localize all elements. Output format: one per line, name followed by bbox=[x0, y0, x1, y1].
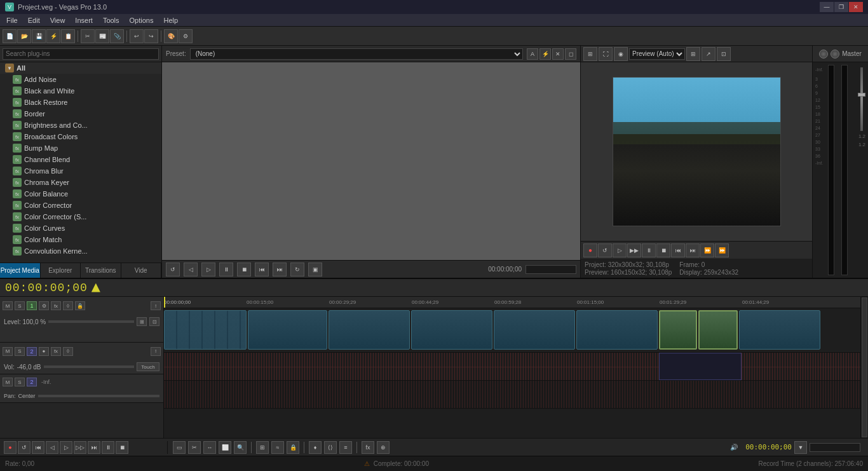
track-solo-btn[interactable]: S bbox=[15, 301, 25, 310]
tl-pause-btn[interactable]: ⏸ bbox=[102, 441, 114, 454]
tl-ripple-btn[interactable]: ≈ bbox=[271, 441, 284, 454]
tl-stop-btn[interactable]: ⏹ bbox=[116, 441, 128, 454]
video-clip-7[interactable] bbox=[659, 310, 697, 350]
effect-loop-btn[interactable]: ↻ bbox=[290, 263, 304, 276]
preview-ext-btn[interactable]: ↗ bbox=[702, 47, 715, 61]
tl-snap-btn[interactable]: ⊞ bbox=[256, 441, 269, 454]
preset-new-btn[interactable]: A bbox=[527, 48, 538, 60]
minimize-button[interactable]: — bbox=[820, 2, 834, 12]
preview-tb3[interactable]: ◉ bbox=[614, 47, 628, 61]
preview-play-btn[interactable]: ▷ bbox=[613, 243, 627, 257]
preview-pause-btn[interactable]: ⏸ bbox=[642, 243, 656, 257]
audio-env-btn[interactable]: ◊ bbox=[63, 347, 73, 356]
audio-options-btn[interactable]: ! bbox=[151, 347, 161, 356]
effect-convolution[interactable]: fx Convolution Kerne... bbox=[0, 245, 161, 257]
tb9[interactable]: 🎨 bbox=[164, 29, 178, 43]
track-mute-btn[interactable]: M bbox=[3, 301, 13, 310]
tb5[interactable]: 📋 bbox=[61, 29, 75, 43]
menu-tools[interactable]: Tools bbox=[98, 16, 125, 25]
video-clip-9[interactable] bbox=[739, 310, 820, 350]
undo-button[interactable]: ↩ bbox=[130, 29, 144, 43]
pan-slider[interactable] bbox=[38, 395, 159, 397]
audio2-mute-btn[interactable]: M bbox=[3, 378, 13, 386]
tl-select-btn[interactable]: ▭ bbox=[173, 441, 186, 454]
open-button[interactable]: 📂 bbox=[17, 29, 31, 43]
effect-play-btn[interactable]: ↺ bbox=[166, 263, 180, 276]
tb7[interactable]: 📰 bbox=[95, 29, 109, 43]
tl-slip-btn[interactable]: ↔ bbox=[203, 441, 216, 454]
tab-explorer[interactable]: Explorer bbox=[41, 263, 81, 278]
tb6[interactable]: ✂ bbox=[81, 29, 95, 43]
tab-transitions[interactable]: Transitions bbox=[81, 263, 121, 278]
preview-play-fast-btn[interactable]: ▶▶ bbox=[627, 243, 641, 257]
timeline-scrollbar-v[interactable] bbox=[860, 297, 868, 438]
close-button[interactable]: ✕ bbox=[849, 2, 863, 12]
tl-zoom-btn[interactable]: 🔍 bbox=[234, 441, 247, 454]
preview-rew-btn[interactable]: ⏮ bbox=[671, 243, 685, 257]
video-clip-8[interactable] bbox=[698, 310, 738, 350]
preset-copy-btn[interactable]: ◻ bbox=[565, 48, 576, 60]
audio-fx-btn[interactable]: fx bbox=[51, 347, 61, 356]
track-lock-btn[interactable]: 🔒 bbox=[75, 301, 85, 310]
effect-chroma-blur[interactable]: fx Chroma Blur bbox=[0, 165, 161, 177]
tab-project-media[interactable]: Project Media bbox=[0, 263, 41, 278]
tl-fx-btn[interactable]: fx bbox=[362, 441, 374, 454]
menu-view[interactable]: View bbox=[45, 16, 71, 25]
new-button[interactable]: 📄 bbox=[3, 29, 17, 43]
track-env-btn[interactable]: ◊ bbox=[63, 301, 73, 310]
effect-prev-btn[interactable]: ◁ bbox=[184, 263, 198, 276]
preview-loop-btn[interactable]: ↺ bbox=[598, 243, 612, 257]
menu-edit[interactable]: Edit bbox=[23, 16, 45, 25]
tl-play-btn[interactable]: ▷ bbox=[60, 441, 72, 454]
preset-flash-btn[interactable]: ⚡ bbox=[539, 48, 551, 60]
effect-color-match[interactable]: fx Color Match bbox=[0, 234, 161, 245]
touch-mode-btn[interactable]: Touch bbox=[137, 362, 159, 371]
effects-root-all[interactable]: ▼ All bbox=[0, 62, 161, 74]
effect-black-white[interactable]: fx Black and White bbox=[0, 85, 161, 97]
tl-rew-btn[interactable]: ◁ bbox=[46, 441, 58, 454]
restore-button[interactable]: ❒ bbox=[834, 2, 848, 12]
save-button[interactable]: 💾 bbox=[32, 29, 46, 43]
audio-arm-btn[interactable]: ● bbox=[39, 347, 49, 356]
preview-fwd3-btn[interactable]: ⏩ bbox=[715, 243, 729, 257]
menu-file[interactable]: File bbox=[1, 16, 23, 25]
effect-play2-btn[interactable]: ▷ bbox=[201, 263, 215, 276]
track-fx-btn[interactable]: fx bbox=[51, 301, 61, 310]
tl-marker-btn[interactable]: ♦ bbox=[309, 441, 322, 454]
effect-color-corrector[interactable]: fx Color Corrector bbox=[0, 200, 161, 211]
preview-fwd2-btn[interactable]: ⏩ bbox=[700, 243, 714, 257]
track-arm-btn[interactable]: ⚙ bbox=[39, 301, 49, 310]
tab-video[interactable]: Vide bbox=[121, 263, 162, 278]
video-clip-6[interactable] bbox=[576, 310, 658, 350]
effect-fwd-btn[interactable]: ⏭ bbox=[273, 263, 287, 276]
effect-color-curves[interactable]: fx Color Curves bbox=[0, 222, 161, 234]
effect-pause-btn[interactable]: ⏸ bbox=[219, 263, 233, 276]
tl-position-bar[interactable] bbox=[810, 443, 860, 452]
effect-region-btn[interactable]: ▣ bbox=[308, 263, 322, 276]
redo-button[interactable]: ↪ bbox=[144, 29, 158, 43]
video-clip-1[interactable] bbox=[164, 310, 247, 350]
track-options-btn[interactable]: ! bbox=[151, 301, 161, 310]
tl-erase-btn[interactable]: ⬜ bbox=[219, 441, 231, 454]
preview-stop-btn[interactable]: ⏹ bbox=[656, 243, 670, 257]
tl-prev-btn[interactable]: ⏮ bbox=[32, 441, 44, 454]
menu-options[interactable]: Options bbox=[125, 16, 159, 25]
tl-timecode-edit-btn[interactable]: ▼ bbox=[794, 441, 807, 454]
effect-brightness[interactable]: fx Brightness and Co... bbox=[0, 119, 161, 131]
video-clip-2[interactable] bbox=[248, 310, 327, 350]
audio2-solo-btn[interactable]: S bbox=[15, 378, 25, 386]
tl-fwd-btn[interactable]: ▷▷ bbox=[74, 441, 86, 454]
video-clip-3[interactable] bbox=[329, 310, 410, 350]
master-knob[interactable] bbox=[819, 50, 828, 58]
tl-comp-btn[interactable]: ⊕ bbox=[377, 441, 390, 454]
menu-help[interactable]: Help bbox=[158, 16, 183, 25]
preview-record-btn[interactable]: ● bbox=[583, 243, 597, 257]
track-collapse-btn[interactable]: ⊞ bbox=[137, 317, 147, 326]
preview-fwd-btn[interactable]: ⏭ bbox=[686, 243, 700, 257]
tl-loop-btn[interactable]: ↺ bbox=[18, 441, 31, 454]
audio-solo-btn[interactable]: S bbox=[15, 347, 25, 356]
preview-mode-select[interactable]: Preview (Auto) bbox=[629, 48, 685, 60]
preview-snap-btn[interactable]: ⊞ bbox=[583, 47, 597, 61]
tl-next-btn[interactable]: ⏭ bbox=[88, 441, 100, 454]
timeline-ruler[interactable]: 00:00:00;00 00:00:15;00 00:00:29;29 00:0… bbox=[164, 297, 860, 308]
